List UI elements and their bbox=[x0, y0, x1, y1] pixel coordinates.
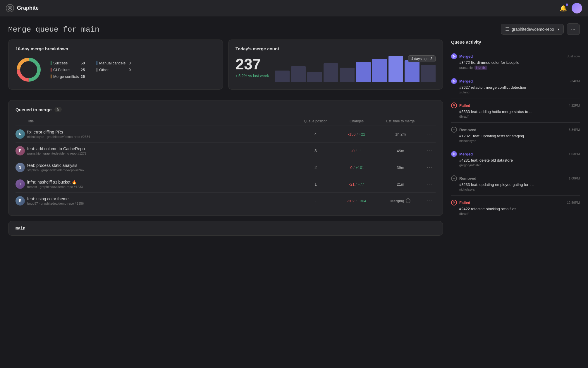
svg-point-10 bbox=[453, 81, 454, 83]
manual-cancels-dot bbox=[97, 61, 97, 65]
bar-5 bbox=[340, 68, 354, 82]
svg-point-12 bbox=[453, 153, 454, 154]
row-deletions: -0 bbox=[351, 149, 355, 153]
activity-user: nicholasyan bbox=[451, 139, 580, 143]
col-position: Queue position bbox=[295, 119, 336, 123]
row-deletions: -21 bbox=[349, 182, 355, 186]
row-position: - bbox=[295, 198, 336, 203]
table-row: B feat: using color theme bngo97 · graph… bbox=[16, 193, 436, 209]
today-count-title: Today's merge count bbox=[235, 46, 436, 51]
row-title-col: fix: error diffing PRs nicholasyan · gra… bbox=[27, 130, 295, 138]
row-position: 1 bbox=[295, 182, 336, 186]
stat-other: Other 0 bbox=[97, 68, 131, 72]
merge-conflicts-dot bbox=[51, 74, 51, 78]
more-button[interactable]: ··· bbox=[567, 23, 580, 35]
activity-user: pranathip Hot-fix bbox=[451, 66, 580, 70]
activity-top: ✕ Failed 12:59PM bbox=[451, 200, 580, 206]
activity-item: Merged 1:03PM #4231 feat: delete old dat… bbox=[451, 147, 580, 171]
count-chart: 4 days ago: 3 bbox=[275, 57, 436, 82]
row-menu-button[interactable]: ··· bbox=[424, 198, 436, 203]
donut-chart bbox=[16, 57, 42, 83]
logo-icon bbox=[6, 4, 14, 12]
activity-time: 1:00PM bbox=[569, 177, 580, 180]
row-menu-button[interactable]: ··· bbox=[424, 131, 436, 137]
svg-point-13 bbox=[453, 154, 454, 155]
activity-user: dbradf bbox=[451, 115, 580, 118]
activity-top: Merged Just now bbox=[451, 53, 580, 59]
row-additions: +22 bbox=[359, 132, 365, 136]
stat-ci-failure: CI Failure 25 bbox=[51, 68, 85, 72]
avatar: S bbox=[16, 163, 25, 172]
row-subtitle: tomasr · graphitedev/demo-repo #1233 bbox=[27, 185, 295, 189]
user-avatar[interactable] bbox=[572, 3, 582, 13]
removed-icon: − bbox=[451, 127, 457, 133]
avatar: T bbox=[16, 179, 25, 189]
row-position: 4 bbox=[295, 132, 336, 136]
user-tag: Hot-fix bbox=[474, 66, 487, 70]
activity-title: Queue activity bbox=[451, 40, 580, 44]
chart-tooltip: 4 days ago: 3 bbox=[408, 55, 436, 62]
svg-point-9 bbox=[453, 80, 454, 81]
col-title: Title bbox=[27, 119, 295, 123]
activity-item: − Removed 3:34PM #12321 feat: updating t… bbox=[451, 123, 580, 147]
activity-top: ✕ Failed 4:22PM bbox=[451, 102, 580, 108]
row-subtitle: stephen · graphitedev/demo-repo #6947 bbox=[27, 168, 295, 172]
activity-time: 3:34PM bbox=[569, 128, 580, 131]
failed-icon: ✕ bbox=[451, 200, 457, 206]
today-count-card: Today's merge count 237 ↑ 5.2% vs last w… bbox=[228, 40, 443, 90]
activity-user: xiulung bbox=[451, 90, 580, 94]
activity-status-removed: − Removed bbox=[451, 127, 477, 133]
bar-7 bbox=[372, 59, 387, 82]
count-body: 237 ↑ 5.2% vs last week 4 days ago: 3 bbox=[235, 57, 436, 82]
row-additions: +304 bbox=[358, 199, 366, 203]
notifications-bell[interactable]: 🔔 bbox=[560, 5, 567, 12]
chevron-down-icon: ▾ bbox=[558, 27, 559, 31]
stat-manual-cancels: Manual cancels 0 bbox=[97, 61, 131, 65]
bar-9 bbox=[405, 60, 419, 82]
queue-title: Queued to merge bbox=[16, 107, 51, 112]
other-dot bbox=[97, 68, 97, 72]
activity-pr: #12321 feat: updating tests for staging bbox=[451, 134, 580, 138]
activity-user: nicholasyan bbox=[451, 188, 580, 191]
row-title-col: feat: add column to CacheRepo pranathip … bbox=[27, 146, 295, 155]
count-number: 237 bbox=[235, 57, 269, 72]
activity-pr: #2422 refactor: stacking scss files bbox=[451, 207, 580, 211]
row-title: feat: using color theme bbox=[27, 196, 295, 201]
row-subtitle: bngo97 · graphitedev/demo-repo #2356 bbox=[27, 202, 295, 205]
activity-pr: #4231 feat: delete old datastore bbox=[451, 158, 580, 162]
row-subtitle: nicholasyan · graphitedev/demo-repo #263… bbox=[27, 135, 295, 138]
activity-time: 4:22PM bbox=[569, 104, 580, 107]
bar-2 bbox=[291, 66, 306, 82]
avatar: B bbox=[16, 196, 25, 206]
merging-spinner bbox=[406, 198, 410, 203]
row-position: 3 bbox=[295, 148, 336, 153]
activity-time: 5:34PM bbox=[569, 79, 580, 83]
activity-time: 1:03PM bbox=[569, 152, 580, 156]
bar-1 bbox=[275, 71, 289, 82]
table-header: Title Queue position Changes Est. time t… bbox=[16, 117, 436, 126]
row-time: 39m bbox=[377, 165, 424, 170]
activity-pr: #3233 feat: updating employee gating for… bbox=[451, 182, 580, 187]
row-menu-button[interactable]: ··· bbox=[424, 148, 436, 153]
activity-status-merged: Merged bbox=[451, 151, 473, 157]
queue-header: Queued to merge 5 bbox=[16, 107, 436, 112]
row-title-col: feat: using color theme bngo97 · graphit… bbox=[27, 196, 295, 205]
ci-failure-dot bbox=[51, 68, 51, 72]
row-additions: +101 bbox=[356, 165, 364, 170]
row-title: feat: add column to CacheRepo bbox=[27, 146, 295, 151]
app-logo[interactable]: Graphite bbox=[6, 4, 39, 12]
activity-top: − Removed 1:00PM bbox=[451, 175, 580, 181]
row-menu-button[interactable]: ··· bbox=[424, 165, 436, 170]
svg-point-6 bbox=[453, 55, 454, 56]
row-subtitle: pranathip · graphitedev/demo-repo #1272 bbox=[27, 152, 295, 155]
repo-selector[interactable]: ☰ graphitedev/demo-repo ▾ bbox=[501, 24, 564, 35]
row-changes: -21 / +77 bbox=[336, 182, 377, 186]
activity-status-removed: − Removed bbox=[451, 175, 477, 181]
row-title-col: infra: hashdiff s3 bucket 🔥 tomasr · gra… bbox=[27, 180, 295, 189]
row-additions: +77 bbox=[358, 182, 364, 186]
activity-top: − Removed 3:34PM bbox=[451, 127, 580, 133]
row-menu-button[interactable]: ··· bbox=[424, 182, 436, 187]
count-left: 237 ↑ 5.2% vs last week bbox=[235, 57, 269, 78]
bar-4 bbox=[324, 63, 338, 82]
activity-time: Just now bbox=[567, 54, 580, 58]
